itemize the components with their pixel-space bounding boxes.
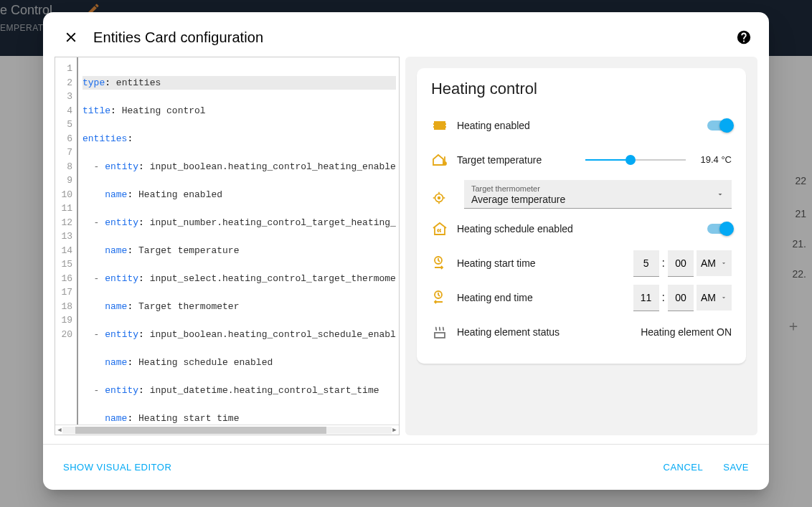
svg-rect-3: [443, 122, 445, 129]
editor-horizontal-scrollbar[interactable]: ◀ ▶: [55, 425, 399, 435]
select-value: Average temperature: [471, 194, 724, 205]
svg-rect-2: [440, 122, 442, 129]
heating-element-icon: [431, 323, 457, 341]
radiator-icon: [431, 117, 457, 134]
start-hour-input[interactable]: [633, 250, 659, 277]
row-heating-enabled: Heating enabled: [431, 108, 732, 143]
svg-rect-0: [435, 122, 436, 129]
show-visual-editor-button[interactable]: Show Visual Editor: [60, 456, 174, 478]
target-icon: [431, 180, 457, 209]
preview-panel: Heating control Heating enabled Target t…: [405, 57, 757, 435]
card-title: Heating control: [431, 80, 732, 98]
time-colon: :: [662, 291, 665, 304]
cancel-button[interactable]: Cancel: [661, 456, 707, 478]
svg-point-8: [438, 197, 440, 199]
end-ampm-select[interactable]: AM: [697, 285, 732, 311]
svg-rect-15: [435, 333, 445, 338]
target-thermometer-select[interactable]: Target thermometer Average temperature: [464, 180, 732, 209]
row-label: Heating end time: [457, 292, 633, 303]
row-start-time: Heating start time : AM: [431, 246, 732, 280]
row-target-temperature: Target temperature 19.4 °C: [431, 143, 732, 177]
row-target-thermometer: Target thermometer Average temperature: [431, 177, 732, 212]
heat-home-icon: [431, 220, 457, 237]
close-icon: [63, 29, 79, 45]
scrollbar-thumb[interactable]: [75, 427, 326, 434]
target-temperature-value: 19.4 °C: [700, 154, 732, 166]
row-label: Heating start time: [457, 257, 633, 269]
time-colon: :: [662, 257, 665, 270]
start-minute-input[interactable]: [668, 250, 694, 277]
card-config-dialog: Entities Card configuration 123456789101…: [43, 12, 769, 490]
help-button[interactable]: [736, 29, 752, 45]
end-hour-input[interactable]: [633, 285, 659, 311]
close-button[interactable]: [60, 27, 82, 48]
scroll-right-arrow-icon[interactable]: ▶: [392, 427, 397, 433]
chevron-down-icon: [720, 260, 727, 267]
svg-rect-1: [438, 122, 439, 129]
target-temperature-slider[interactable]: [585, 159, 686, 161]
clock-start-icon: [431, 255, 457, 272]
row-label: Target temperature: [457, 154, 586, 166]
row-label: Heating enabled: [457, 120, 707, 131]
row-schedule-enabled: Heating schedule enabled: [431, 212, 732, 246]
element-status-value: Heating element ON: [641, 326, 732, 338]
yaml-editor[interactable]: 1234567891011121314151617181920 type: en…: [55, 57, 400, 435]
editor-gutter: 1234567891011121314151617181920: [55, 57, 78, 425]
row-label: Heating element status: [457, 326, 641, 338]
scroll-left-arrow-icon[interactable]: ◀: [57, 427, 62, 433]
row-end-time: Heating end time : AM: [431, 280, 732, 315]
row-element-status: Heating element status Heating element O…: [431, 315, 732, 349]
dialog-footer: Show Visual Editor Cancel Save: [43, 444, 769, 490]
thermometer-home-icon: [431, 151, 457, 169]
start-ampm-select[interactable]: AM: [697, 250, 732, 276]
chevron-down-icon: [716, 190, 724, 199]
save-button[interactable]: Save: [720, 456, 752, 478]
scrollbar-track[interactable]: [62, 427, 392, 434]
dialog-title: Entities Card configuration: [93, 29, 263, 46]
help-icon: [736, 29, 752, 45]
chevron-down-icon: [720, 294, 727, 301]
editor-content[interactable]: type: entities title: Heating control en…: [78, 57, 399, 425]
heating-enabled-toggle[interactable]: [707, 120, 732, 131]
dialog-header: Entities Card configuration: [43, 12, 769, 57]
row-label: Heating schedule enabled: [457, 223, 707, 234]
svg-point-6: [443, 162, 446, 165]
entities-card: Heating control Heating enabled Target t…: [417, 68, 746, 364]
select-label: Target thermometer: [471, 184, 724, 193]
schedule-enabled-toggle[interactable]: [707, 224, 732, 234]
clock-end-icon: [431, 289, 457, 306]
end-minute-input[interactable]: [668, 285, 694, 311]
